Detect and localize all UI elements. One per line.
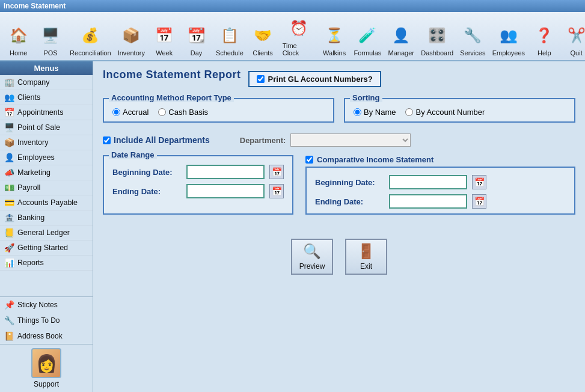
- home-icon: 🏠: [6, 23, 31, 48]
- company-sidebar-label: Company: [17, 78, 50, 87]
- toolbar-item-clients[interactable]: 🤝 Clients: [247, 22, 278, 60]
- comp-beginning-date-input[interactable]: 1/1/2014: [389, 175, 467, 189]
- print-gl-checkbox[interactable]: [257, 75, 265, 83]
- toolbar-item-schedule[interactable]: 📋 Schedule: [212, 22, 247, 60]
- sidebar-item-point-of-sale[interactable]: 🖥️ Point of Sale: [0, 120, 93, 135]
- print-gl-label[interactable]: Print GL Account Numbers?: [268, 75, 373, 84]
- toolbar-item-employees[interactable]: 👥 Employees: [489, 22, 528, 60]
- sorting-box: Sorting By Name By Account Number: [344, 98, 575, 123]
- exit-button[interactable]: 🚪 Exit: [345, 239, 387, 275]
- toolbar-item-services[interactable]: 🔧 Services: [457, 22, 489, 60]
- comparative-checkbox[interactable]: [305, 156, 313, 164]
- toolbar-item-help[interactable]: ❓ Help: [528, 22, 560, 60]
- services-icon: 🔧: [460, 23, 485, 48]
- beginning-date-row: Beginning Date: 01/01/2015 📅: [112, 165, 284, 179]
- getting-started-sidebar-icon: 🚀: [4, 242, 14, 253]
- sidebar-item-clients[interactable]: 👥 Clients: [0, 90, 93, 105]
- exit-icon: 🚪: [357, 243, 375, 260]
- comp-ending-date-row: Ending Date: 4/1/201 📅: [315, 194, 566, 209]
- reconciliation-icon: 💰: [78, 23, 103, 48]
- toolbar-item-reconciliation[interactable]: 💰 Reconciliation: [67, 22, 114, 60]
- comp-ending-date-calendar-button[interactable]: 📅: [472, 194, 486, 209]
- point-of-sale-sidebar-label: Point of Sale: [17, 123, 60, 132]
- appointments-sidebar-label: Appointments: [17, 108, 63, 117]
- toolbar-item-dashboard[interactable]: 🎛️ Dashboard: [418, 22, 457, 60]
- manager-icon: 👤: [388, 23, 414, 48]
- include-all-depts-checkbox[interactable]: [103, 136, 111, 144]
- sidebar-item-general-ledger[interactable]: 📒 General Ledger: [0, 225, 93, 240]
- sidebar-bottom-item-address-book[interactable]: 📔 Address Book: [0, 328, 93, 344]
- toolbar-item-formulas[interactable]: 🧪 Formulas: [351, 22, 385, 60]
- toolbar-item-walkins[interactable]: ⏳ Walkins: [318, 22, 350, 60]
- address-book-bottom-label: Address Book: [17, 332, 63, 340]
- accounts-payable-sidebar-label: Accounts Payable: [17, 198, 78, 207]
- sidebar-bottom-item-sticky-notes[interactable]: 📌 Sticky Notes: [0, 297, 93, 313]
- sidebar-item-accounts-payable[interactable]: 💳 Accounts Payable: [0, 195, 93, 210]
- preview-button[interactable]: 🔍 Preview: [291, 239, 333, 275]
- toolbar-item-quit[interactable]: ✂️ Quit: [560, 22, 585, 60]
- by-name-radio[interactable]: [354, 108, 361, 116]
- sidebar-item-getting-started[interactable]: 🚀 Getting Started: [0, 240, 93, 256]
- by-account-number-option[interactable]: By Account Number: [405, 108, 485, 117]
- toolbar-item-home[interactable]: 🏠 Home: [2, 22, 34, 60]
- walkins-icon: ⏳: [322, 23, 347, 48]
- sidebar-item-employees[interactable]: 👤 Employees: [0, 150, 93, 165]
- support-label: Support: [34, 380, 59, 388]
- sidebar-bottom-item-things-to-do[interactable]: 🔧 Things To Do: [0, 313, 93, 328]
- accounting-method-group: Accrual Cash Basis: [112, 104, 325, 117]
- timeclock-icon: ⏰: [286, 16, 311, 41]
- comp-beginning-date-calendar-button[interactable]: 📅: [472, 175, 486, 189]
- pos-icon: 🖥️: [38, 23, 63, 48]
- ending-date-label: Ending Date:: [112, 187, 182, 196]
- accounting-method-legend: Accounting Method Report Type: [109, 93, 234, 102]
- sidebar-item-marketing[interactable]: 📣 Marketing: [0, 165, 93, 180]
- cash-basis-option[interactable]: Cash Basis: [158, 108, 208, 117]
- sidebar-item-payroll[interactable]: 💵 Payroll: [0, 180, 93, 195]
- comp-ending-date-input[interactable]: 4/1/201: [389, 194, 467, 209]
- cash-basis-radio[interactable]: [158, 108, 166, 116]
- by-name-option[interactable]: By Name: [354, 108, 396, 117]
- toolbar-item-pos[interactable]: 🖥️ POS: [34, 22, 66, 60]
- sidebar-item-appointments[interactable]: 📅 Appointments: [0, 105, 93, 120]
- week-icon: 📅: [152, 23, 177, 48]
- clients-label: Clients: [253, 49, 273, 59]
- sidebar: Menus 🏢 Company 👥 Clients 📅 Appointments…: [0, 61, 93, 392]
- exit-label: Exit: [360, 262, 372, 271]
- comparative-section: Comparative Income Statement Beginning D…: [305, 155, 575, 221]
- beginning-date-calendar-button[interactable]: 📅: [269, 165, 284, 179]
- ending-date-row: Ending Date: 4/1/2015 📅: [112, 184, 284, 198]
- inventory-sidebar-icon: 📦: [4, 137, 14, 148]
- accrual-radio[interactable]: [112, 108, 120, 116]
- sorting-legend: Sorting: [350, 93, 382, 102]
- ending-date-calendar-button[interactable]: 📅: [269, 184, 284, 198]
- toolbar-item-week[interactable]: 📅 Week: [149, 22, 180, 60]
- comp-beginning-date-label: Beginning Date:: [315, 178, 384, 187]
- preview-icon: 🔍: [303, 243, 321, 260]
- support-button[interactable]: 👩 Support: [0, 344, 93, 392]
- sidebar-item-reports[interactable]: 📊 Reports: [0, 256, 93, 271]
- by-account-number-radio[interactable]: [405, 108, 413, 116]
- include-all-depts-text: Include All Departments: [114, 135, 210, 145]
- toolbar-item-day[interactable]: 📆 Day: [180, 22, 212, 60]
- toolbar-item-timeclock[interactable]: ⏰ Time Clock: [279, 14, 319, 60]
- department-select[interactable]: [290, 133, 411, 147]
- sidebar-item-inventory[interactable]: 📦 Inventory: [0, 135, 93, 150]
- sidebar-item-company[interactable]: 🏢 Company: [0, 75, 93, 90]
- clients-sidebar-label: Clients: [17, 93, 40, 102]
- include-all-depts-label[interactable]: Include All Departments: [103, 135, 210, 145]
- sidebar-bottom: 📌 Sticky Notes 🔧 Things To Do 📔 Address …: [0, 296, 93, 344]
- payroll-sidebar-icon: 💵: [4, 182, 14, 193]
- sidebar-item-banking[interactable]: 🏦 Banking: [0, 210, 93, 225]
- accrual-option[interactable]: Accrual: [112, 108, 149, 117]
- toolbar-item-manager[interactable]: 👤 Manager: [385, 22, 418, 60]
- sidebar-header: Menus: [0, 61, 93, 75]
- schedule-icon: 📋: [217, 23, 242, 48]
- clients-sidebar-icon: 👥: [4, 92, 14, 103]
- dashboard-icon: 🎛️: [424, 23, 450, 48]
- services-label: Services: [460, 49, 485, 59]
- ending-date-input[interactable]: 4/1/2015: [186, 184, 265, 198]
- toolbar-item-inventory[interactable]: 📦 Inventory: [114, 22, 149, 60]
- inventory-label: Inventory: [118, 49, 145, 59]
- beginning-date-input[interactable]: 01/01/2015: [186, 165, 265, 179]
- department-label: Department:: [240, 136, 286, 145]
